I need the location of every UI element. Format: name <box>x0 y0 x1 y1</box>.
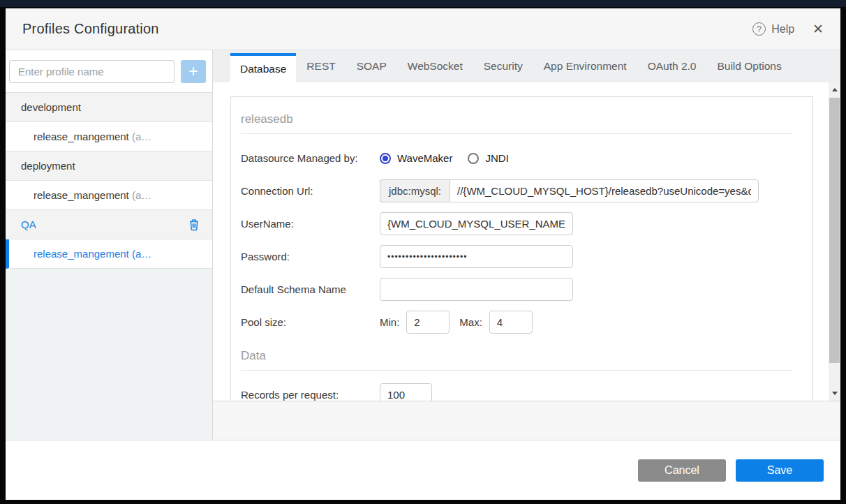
cancel-button[interactable]: Cancel <box>638 459 726 482</box>
main-panel: Database REST SOAP WebSocket Security Ap… <box>213 50 840 440</box>
username-label: UserName: <box>241 218 380 230</box>
datasource-radio-group: WaveMaker JNDI <box>380 152 509 164</box>
radio-jndi-icon <box>468 153 479 164</box>
tab-build-options[interactable]: Build Options <box>706 50 792 82</box>
pool-max-label: Max: <box>459 316 482 328</box>
tab-oauth[interactable]: OAuth 2.0 <box>637 50 707 82</box>
tab-websocket[interactable]: WebSocket <box>397 50 473 82</box>
records-label: Records per request: <box>241 389 380 401</box>
dialog-header: Profiles Configuration ? Help ✕ <box>6 8 840 50</box>
scroll-up-icon[interactable] <box>829 84 840 96</box>
scroll-down-icon[interactable] <box>829 387 840 399</box>
sidebar-empty-space <box>6 269 212 440</box>
profile-name-input[interactable] <box>9 60 175 83</box>
sidebar-group-development[interactable]: development <box>6 93 212 122</box>
add-profile-button[interactable]: + <box>181 60 206 83</box>
pool-size-label: Pool size: <box>241 316 380 328</box>
connection-url-input[interactable] <box>450 179 759 202</box>
radio-jndi[interactable]: JNDI <box>468 152 508 164</box>
sidebar-group-qa[interactable]: QA <box>6 210 212 239</box>
sidebar-item-release-mangement-dev[interactable]: release_mangement (a… <box>6 122 212 151</box>
radio-wavemaker-icon <box>380 153 391 164</box>
password-input[interactable] <box>380 245 573 268</box>
tab-app-environment[interactable]: App Environment <box>533 50 637 82</box>
password-label: Password: <box>241 251 380 262</box>
help-icon: ? <box>752 22 766 36</box>
pool-min-label: Min: <box>380 316 399 328</box>
radio-wavemaker[interactable]: WaveMaker <box>380 152 452 164</box>
profile-name-row: + <box>6 50 212 93</box>
tab-content-viewport: releasedb Datasource Managed by: WaveMak… <box>213 82 840 401</box>
pool-size-row: Pool size: Min: Max: <box>241 311 793 334</box>
window-top-strip <box>0 0 846 7</box>
sidebar-item-release-mangement-deploy[interactable]: release_mangement (a… <box>6 181 212 210</box>
schema-label: Default Schema Name <box>241 283 380 295</box>
tab-soap[interactable]: SOAP <box>346 50 397 82</box>
delete-profile-icon[interactable] <box>188 218 200 231</box>
connection-url-row: Connection Url: jdbc:mysql: <box>241 179 793 202</box>
tab-security[interactable]: Security <box>473 50 533 82</box>
datasource-label: Datasource Managed by: <box>241 152 380 164</box>
tab-database[interactable]: Database <box>230 53 296 82</box>
vertical-scrollbar[interactable] <box>829 82 840 401</box>
section-title-releasedb: releasedb <box>241 107 793 134</box>
schema-row: Default Schema Name <box>241 278 793 301</box>
profile-tabs: Database REST SOAP WebSocket Security Ap… <box>213 50 840 82</box>
tab-pane-lower-strip <box>213 401 840 440</box>
connection-url-label: Connection Url: <box>241 185 380 197</box>
help-button[interactable]: ? Help <box>752 22 794 36</box>
help-label: Help <box>771 23 794 36</box>
username-row: UserName: <box>241 212 793 235</box>
records-row: Records per request: <box>241 383 793 401</box>
sidebar-item-release-mangement-qa[interactable]: release_mangement (a… <box>6 239 212 269</box>
pool-max-input[interactable] <box>489 311 533 334</box>
close-icon[interactable]: ✕ <box>812 22 824 36</box>
username-input[interactable] <box>380 212 573 235</box>
datasource-row: Datasource Managed by: WaveMaker JNDI <box>241 147 793 170</box>
dialog-title: Profiles Configuration <box>22 21 159 37</box>
scrollbar-thumb[interactable] <box>829 98 840 363</box>
schema-input[interactable] <box>380 278 573 301</box>
password-row: Password: <box>241 245 793 268</box>
profiles-sidebar: + development release_mangement (a… depl… <box>6 50 213 440</box>
dialog-body: + development release_mangement (a… depl… <box>6 50 840 440</box>
sidebar-group-deployment[interactable]: deployment <box>6 151 212 181</box>
jdbc-prefix-addon: jdbc:mysql: <box>380 179 450 202</box>
section-title-data: Data <box>241 343 793 371</box>
dialog-footer: Cancel Save <box>6 440 840 500</box>
save-button[interactable]: Save <box>736 459 824 482</box>
records-input[interactable] <box>380 383 432 401</box>
tab-rest[interactable]: REST <box>296 50 346 82</box>
profiles-configuration-dialog: Profiles Configuration ? Help ✕ + develo… <box>6 8 840 500</box>
pool-min-input[interactable] <box>406 311 450 334</box>
database-form-panel: releasedb Datasource Managed by: WaveMak… <box>230 96 813 401</box>
